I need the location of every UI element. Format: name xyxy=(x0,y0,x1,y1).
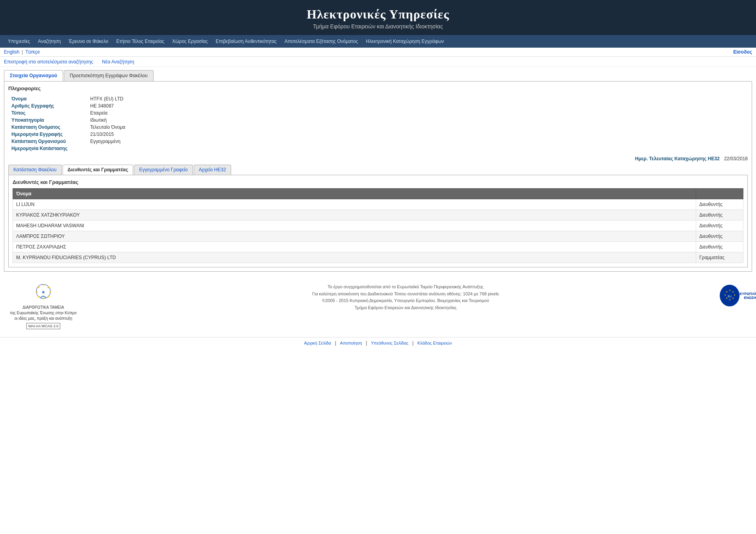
director-name: MAHESH UDHARAM VASWANI xyxy=(13,221,696,231)
value-type: Εταιρεία xyxy=(87,109,748,117)
footer-links: Αρχική Σελίδα | Αποποίηση | Υπεύθυνος Σε… xyxy=(0,337,756,348)
table-row: ΛΑΜΠΡΟΣ ΣΩΤΗΡΙΟΥ Διευθυντής xyxy=(13,231,743,242)
col-name-header: Όνομα xyxy=(13,189,696,199)
director-role: Διευθυντής xyxy=(696,210,743,221)
footer-logo-text: ΔΙΑΡΘΡΩΤΙΚΑ ΤΑΜΕΙΑ της Ευρωπαϊκής Ένωσης… xyxy=(10,305,76,321)
info-row-reg-date: Ημερομηνία Εγγραφής 21/10/2015 xyxy=(8,131,748,138)
footer-resolution-text: Για καλύτερη απεικόνιση του Διαδικτυακού… xyxy=(94,291,717,298)
header-banner: Ηλεκτρονικές Υπηρεσίες Τμήμα Εφόρου Εται… xyxy=(0,0,756,35)
back-to-results-link[interactable]: Επιστροφή στα αποτελέσματα αναζήτησης xyxy=(4,59,93,65)
info-table: Όνομα HTFX (EU) LTD Αριθμός Εγγραφής HE … xyxy=(8,95,748,152)
nav-name-exam[interactable]: Αποτελέσματα Εξέτασης Ονόματος xyxy=(281,35,362,48)
last-reg-label: Ημερ. Τελευταίας Καταχώρησης ΗΕ32 xyxy=(635,156,720,161)
svg-text:★: ★ xyxy=(42,284,45,287)
value-reg-date: 21/10/2015 xyxy=(87,131,748,138)
svg-text:★: ★ xyxy=(37,295,40,299)
nav-auth[interactable]: Επιβεβαίωση Αυθεντικότητας xyxy=(212,35,281,48)
svg-text:★: ★ xyxy=(729,289,731,291)
label-subcategory: Υποκατηγορία xyxy=(8,117,87,124)
table-row: ΚΥΡΙΑΚΟΣ ΧΑΤΖΗΚΥΡΙΑΚΟΥ Διευθυντής xyxy=(13,210,743,221)
svg-text:★: ★ xyxy=(49,290,52,294)
table-row: M. KYPRIANOU FIDUCIARIES (CYPRUS) LTD Γρ… xyxy=(13,252,743,263)
directors-section-title: Διευθυντές και Γραμματέας xyxy=(13,179,743,185)
svg-text:★: ★ xyxy=(726,297,728,299)
tab-folder-preview[interactable]: Προεπισκόπηση Εγγράφων Φακέλου xyxy=(64,70,154,81)
info-section-title: Πληροφορίες xyxy=(8,85,748,91)
label-name-status: Κατάσταση Ονόματος xyxy=(8,124,87,131)
eu-circle: ★ ★ ★ ★ ★ ★ ★ ★ EU xyxy=(720,285,739,306)
director-name: M. KYPRIANOU FIDUCIARIES (CYPRUS) LTD xyxy=(13,252,696,263)
last-registration-date: Ημερ. Τελευταίας Καταχώρησης ΗΕ32 22/03/… xyxy=(8,156,748,161)
director-name: LI LIJUN xyxy=(13,199,696,210)
sub-tab-folder-status[interactable]: Κατάσταση Φακέλου xyxy=(8,165,62,175)
nav-search[interactable]: Αναζήτηση xyxy=(34,35,65,48)
footer-link-responsible[interactable]: Υπεύθυνος Σελίδας xyxy=(371,341,408,345)
separator xyxy=(96,59,99,65)
footer-text-center: Το έργο συγχρηματοδοτείται από το Ευρωπα… xyxy=(94,284,717,311)
footer-fund-text: Το έργο συγχρηματοδοτείται από το Ευρωπα… xyxy=(94,284,717,291)
director-role: Διευθυντής xyxy=(696,221,743,231)
svg-text:★: ★ xyxy=(47,286,50,289)
svg-text:★: ★ xyxy=(732,297,734,299)
sub-tabs-row: Κατάσταση Φακέλου Διευθυντές και Γραμματ… xyxy=(8,165,748,175)
footer-link-home[interactable]: Αρχική Σελίδα xyxy=(304,341,331,345)
svg-text:★: ★ xyxy=(729,299,731,301)
main-tabs-row: Στοιχεία Οργανισμού Προεπισκόπηση Εγγράφ… xyxy=(4,70,752,81)
table-row: MAHESH UDHARAM VASWANI Διευθυντής xyxy=(13,221,743,231)
eu-label: ΕΥΡΩΠΑΪΚΗ ΕΝΩΣΗ xyxy=(739,292,756,300)
top-nav: Υπηρεσίες Αναζήτηση Έρευνα σε Φάκελο Ετή… xyxy=(0,35,756,48)
director-name: ΠΕΤΡΟΣ ΖΑΧΑΡΙΑΔΗΣ xyxy=(13,242,696,252)
lang-links: English | Türkçe xyxy=(4,49,40,55)
info-row-subcategory: Υποκατηγορία Ιδιωτική xyxy=(8,117,748,124)
svg-text:★: ★ xyxy=(724,294,726,296)
svg-point-9 xyxy=(42,291,44,293)
label-reg-date: Ημερομηνία Εγγραφής xyxy=(8,131,87,138)
svg-text:★: ★ xyxy=(734,294,736,296)
info-row-status-date: Ημερομηνία Κατάστασης xyxy=(8,145,748,152)
value-status-date xyxy=(87,145,748,152)
tab-org-details[interactable]: Στοιχεία Οργανισμού xyxy=(4,70,63,81)
label-type: Τύπος xyxy=(8,109,87,117)
footer-tagline: οι ιδέες μας, πράξη και ανάπτυξη xyxy=(10,316,76,321)
value-name-status: Τελευταίο Όνομα xyxy=(87,124,748,131)
svg-text:★: ★ xyxy=(732,291,734,293)
label-status-date: Ημερομηνία Κατάστασης xyxy=(8,145,87,152)
eu-flag-icon: ★ ★ ★ ★ ★ ★ ★ ★ EU xyxy=(720,286,739,305)
sub-tab-registered-office[interactable]: Εγγεγραμμένο Γραφείο xyxy=(134,165,193,175)
sub-tab-directors[interactable]: Διευθυντές και Γραμματέας xyxy=(63,165,133,175)
table-row: LI LIJUN Διευθυντής xyxy=(13,199,743,210)
label-reg-num: Αριθμός Εγγραφής xyxy=(8,102,87,109)
sub-tab-he32-archive[interactable]: Αρχείο ΗΕ32 xyxy=(194,165,231,175)
info-row-reg-num: Αριθμός Εγγραφής HE 348087 xyxy=(8,102,748,109)
footer-copyright: ©2005 - 2015 Κυπριακή Δημοκρατία, Υπουργ… xyxy=(94,297,717,304)
svg-text:★: ★ xyxy=(35,290,38,294)
lang-turkish[interactable]: Türkçe xyxy=(25,49,40,55)
nav-workspace[interactable]: Χώρος Εργασίας xyxy=(168,35,212,48)
nav-services[interactable]: Υπηρεσίες xyxy=(4,35,34,48)
info-row-name-status: Κατάσταση Ονόματος Τελευταίο Όνομα xyxy=(8,124,748,131)
svg-text:EU: EU xyxy=(728,295,732,298)
director-role: Διευθυντής xyxy=(696,242,743,252)
director-role: Διευθυντής xyxy=(696,231,743,242)
footer-fund-name: ΔΙΑΡΘΡΩΤΙΚΑ ΤΑΜΕΙΑ xyxy=(10,305,76,310)
new-search-link[interactable]: Νέα Αναζήτηση xyxy=(102,59,134,65)
main-content: Πληροφορίες Όνομα HTFX (EU) LTD Αριθμός … xyxy=(4,81,752,272)
info-row-org-status: Κατάσταση Οργανισμού Εγγεγραμμένη xyxy=(8,138,748,145)
nav-e-register[interactable]: Ηλεκτρονική Καταχώρηση Εγγράφων xyxy=(362,35,448,48)
col-role-header xyxy=(696,189,743,199)
search-bar: Επιστροφή στα αποτελέσματα αναζήτησης Νέ… xyxy=(0,57,756,67)
director-role: Γραμματέας xyxy=(696,252,743,263)
eu-stars-icon: ★ ★ ★ ★ ★ ★ ★ ★ xyxy=(30,284,57,303)
w3c-badge: WAI-AA WCAG 2.0 xyxy=(26,323,61,329)
nav-folder-research[interactable]: Έρευνα σε Φάκελο xyxy=(65,35,112,48)
footer-link-branch[interactable]: Κλάδος Εταιρειών xyxy=(417,341,452,345)
director-name: ΛΑΜΠΡΟΣ ΣΩΤΗΡΙΟΥ xyxy=(13,231,696,242)
login-link[interactable]: Είσοδος xyxy=(733,49,752,55)
sub-content: Διευθυντές και Γραμματέας Όνομα LI LIJUN… xyxy=(8,175,748,267)
director-role: Διευθυντής xyxy=(696,199,743,210)
lang-english[interactable]: English xyxy=(4,49,19,55)
nav-annual-fee[interactable]: Ετήσιο Τέλος Εταιρείας xyxy=(112,35,168,48)
directors-header-row: Όνομα xyxy=(13,189,743,199)
info-row-name: Όνομα HTFX (EU) LTD xyxy=(8,95,748,102)
footer-link-disclaimer[interactable]: Αποποίηση xyxy=(340,341,362,345)
